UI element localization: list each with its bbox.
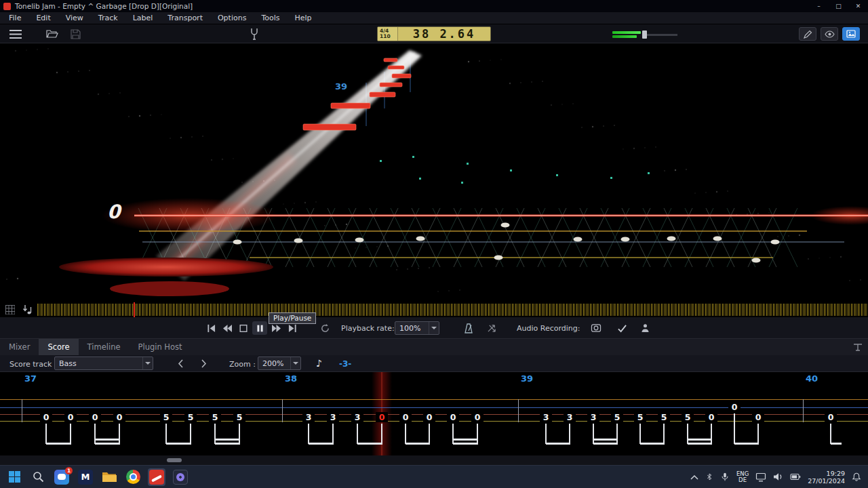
- edit-pencil-button[interactable]: [799, 27, 816, 41]
- transpose-indicator[interactable]: -3-: [339, 359, 351, 369]
- notifications-bell-icon[interactable]: [852, 472, 861, 482]
- tab-note[interactable]: 0: [113, 412, 125, 422]
- maximize-button[interactable]: □: [829, 0, 848, 12]
- menu-transport[interactable]: Transport: [160, 12, 210, 24]
- tab-plugin-host[interactable]: Plugin Host: [130, 339, 191, 355]
- tab-note[interactable]: 3: [564, 412, 576, 422]
- menu-view[interactable]: View: [58, 12, 91, 24]
- prev-arrow-button[interactable]: [172, 357, 189, 370]
- view-eye-button[interactable]: [821, 27, 838, 41]
- menu-options[interactable]: Options: [210, 12, 254, 24]
- tab-note[interactable]: 3: [351, 412, 363, 422]
- tonelib-app-icon[interactable]: [148, 468, 165, 486]
- next-arrow-button[interactable]: [195, 357, 212, 370]
- media-app-icon[interactable]: [172, 468, 189, 486]
- menu-edit[interactable]: Edit: [28, 12, 58, 24]
- note-duration-icon[interactable]: ♪: [316, 358, 322, 369]
- tab-note[interactable]: 3: [587, 412, 599, 422]
- scroll-follow-icon[interactable]: [22, 304, 33, 315]
- tab-note[interactable]: 0: [752, 412, 764, 422]
- tab-note[interactable]: 0: [471, 412, 484, 422]
- tab-note[interactable]: 0: [399, 412, 412, 422]
- close-button[interactable]: ✕: [848, 0, 868, 12]
- play-pause-button[interactable]: [252, 321, 267, 335]
- file-explorer-icon[interactable]: [100, 468, 118, 486]
- search-button[interactable]: [29, 468, 47, 486]
- bluetooth-icon[interactable]: [705, 472, 713, 482]
- timeline-playhead[interactable]: [134, 302, 135, 317]
- tab-note[interactable]: 0: [64, 412, 77, 422]
- menu-track[interactable]: Track: [91, 12, 125, 24]
- tab-note[interactable]: 5: [634, 412, 646, 422]
- tab-note[interactable]: 0: [825, 412, 837, 422]
- check-button[interactable]: [614, 321, 629, 335]
- scene-view-button[interactable]: [842, 27, 860, 41]
- tab-note[interactable]: 3: [540, 412, 552, 422]
- tab-note[interactable]: 0: [423, 412, 435, 422]
- zoom-dropdown[interactable]: 200%: [258, 357, 301, 370]
- measure-barline: [22, 399, 22, 422]
- tab-note[interactable]: 0: [705, 412, 717, 422]
- jump-arrows-button[interactable]: [484, 321, 499, 335]
- m-app-icon[interactable]: M: [77, 468, 94, 486]
- stop-button[interactable]: [236, 321, 251, 335]
- volume-slider-track[interactable]: [642, 34, 677, 36]
- panel-pin-icon[interactable]: [853, 343, 863, 351]
- tab-mixer[interactable]: Mixer: [0, 339, 39, 355]
- tray-expand-chevron-icon[interactable]: [690, 474, 698, 480]
- chrome-icon[interactable]: [124, 468, 142, 486]
- display-cast-icon[interactable]: [755, 472, 766, 482]
- menu-file[interactable]: File: [1, 12, 28, 24]
- open-file-button[interactable]: [43, 27, 61, 41]
- tab-note[interactable]: 0: [89, 412, 101, 422]
- current-note[interactable]: 0: [376, 412, 388, 422]
- tab-note[interactable]: 0: [40, 412, 52, 422]
- mini-timeline[interactable]: [0, 302, 868, 317]
- volume-slider-handle[interactable]: [642, 30, 647, 39]
- hamburger-menu-button[interactable]: [7, 27, 24, 41]
- tab-note[interactable]: 0: [728, 402, 741, 412]
- tab-note[interactable]: 5: [611, 412, 623, 422]
- camera-record-button[interactable]: [589, 321, 604, 335]
- battery-icon[interactable]: [790, 472, 801, 481]
- clock[interactable]: 19:29 27/01/2024: [808, 470, 845, 485]
- save-button[interactable]: [66, 27, 84, 41]
- tuner-fork-button[interactable]: [245, 27, 263, 41]
- tab-note[interactable]: 5: [184, 412, 197, 422]
- tab-timeline[interactable]: Timeline: [79, 339, 130, 355]
- measure-barline: [518, 399, 519, 422]
- menu-label[interactable]: Label: [125, 12, 161, 24]
- timeline-waveform-strip[interactable]: [37, 304, 868, 316]
- start-button[interactable]: [5, 468, 23, 486]
- rewind-button[interactable]: [220, 321, 235, 335]
- tab-note[interactable]: 5: [233, 412, 245, 422]
- microphone-icon[interactable]: [720, 472, 730, 482]
- score-horizontal-scrollbar[interactable]: [0, 455, 868, 465]
- tab-note[interactable]: 5: [160, 412, 172, 422]
- tablature-view[interactable]: 37383940000055553330000033355550000: [0, 372, 868, 455]
- tab-note[interactable]: 3: [327, 412, 339, 422]
- minimize-button[interactable]: –: [809, 0, 829, 12]
- vocal-record-button[interactable]: [637, 321, 652, 335]
- score-track-dropdown[interactable]: Bass: [54, 357, 153, 370]
- chat-app-icon[interactable]: 1: [53, 468, 71, 486]
- speaker-icon[interactable]: [773, 472, 783, 481]
- tab-score[interactable]: Score: [39, 339, 78, 355]
- playback-rate-dropdown[interactable]: 100%: [395, 321, 439, 335]
- loop-button[interactable]: [317, 321, 332, 335]
- menu-tools[interactable]: Tools: [254, 12, 287, 24]
- tab-note[interactable]: 5: [658, 412, 670, 422]
- language-indicator[interactable]: ENG DE: [736, 471, 749, 483]
- master-volume[interactable]: [612, 30, 677, 39]
- tab-note[interactable]: 3: [302, 412, 315, 422]
- note-stem: [332, 424, 334, 444]
- scrollbar-handle[interactable]: [167, 458, 182, 462]
- highway-3d-view[interactable]: 390: [0, 43, 868, 302]
- menu-help[interactable]: Help: [288, 12, 319, 24]
- tab-note[interactable]: 5: [209, 412, 221, 422]
- tab-note[interactable]: 5: [682, 412, 694, 422]
- grid-view-icon[interactable]: [5, 305, 15, 314]
- tab-note[interactable]: 0: [447, 412, 459, 422]
- skip-start-button[interactable]: [203, 321, 218, 335]
- metronome-button[interactable]: [461, 321, 476, 335]
